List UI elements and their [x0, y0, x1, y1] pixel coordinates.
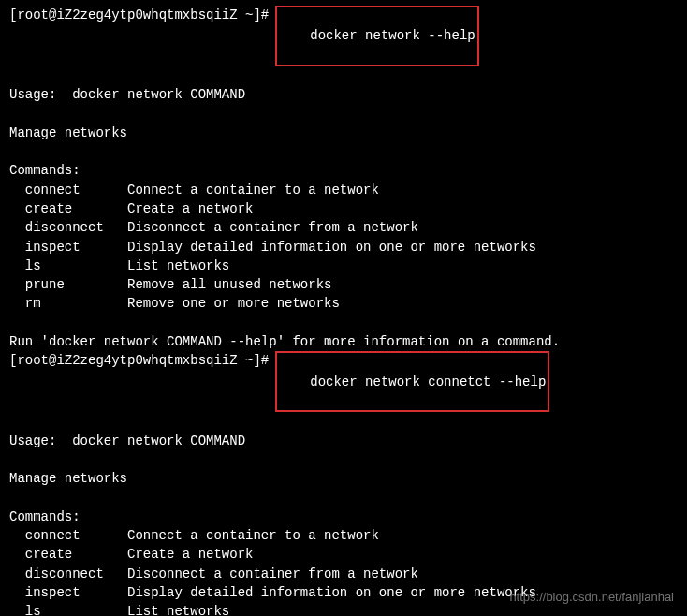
command-name: connect	[25, 526, 127, 545]
blank-line	[9, 450, 678, 469]
command-name: inspect	[25, 583, 127, 602]
usage-line-2: Usage: docker network COMMAND	[9, 432, 678, 450]
blank-line	[9, 142, 678, 161]
blank-line	[9, 488, 678, 506]
command-name: ls	[25, 257, 127, 275]
command-name: create	[25, 545, 127, 564]
command-desc: Display detailed information on one or m…	[127, 585, 536, 600]
blank-line	[9, 412, 678, 431]
command-desc: Create a network	[127, 201, 253, 216]
command-desc: Disconnect a container from a network	[127, 220, 418, 235]
command-desc: Connect a container to a network	[127, 183, 379, 198]
command-row: inspectDisplay detailed information on o…	[9, 238, 678, 257]
command-desc: Disconnect a container from a network	[127, 566, 418, 581]
prompt-line-2[interactable]: [root@iZ2zeg4ytp0whqtmxbsqiiZ ~]# docker…	[9, 351, 678, 412]
command-name: prune	[25, 275, 127, 294]
command-row: disconnectDisconnect a container from a …	[9, 218, 678, 237]
command-row: connectConnect a container to a network	[9, 181, 678, 199]
command-row: createCreate a network	[9, 545, 678, 564]
blank-line	[9, 104, 678, 123]
command-desc: Remove all unused networks	[127, 277, 331, 292]
command-desc: Connect a container to a network	[127, 528, 379, 543]
manage-line-1: Manage networks	[9, 124, 678, 142]
command-name: inspect	[25, 238, 127, 257]
blank-line	[9, 314, 678, 332]
command-desc: Create a network	[127, 547, 253, 562]
command-row: lsList networks	[9, 257, 678, 275]
command-row: createCreate a network	[9, 199, 678, 218]
prompt-line-1[interactable]: [root@iZ2zeg4ytp0whqtmxbsqiiZ ~]# docker…	[9, 6, 678, 66]
command-row: pruneRemove all unused networks	[9, 275, 678, 294]
command-name: rm	[25, 294, 127, 313]
command-row: rmRemove one or more networks	[9, 294, 678, 313]
command-desc: List networks	[127, 258, 229, 273]
command-1: docker network --help	[310, 28, 475, 43]
command-name: ls	[25, 602, 127, 616]
watermark: https://blog.csdn.net/fanjianhai	[509, 589, 674, 607]
hint-line-1: Run 'docker network COMMAND --help' for …	[9, 332, 678, 351]
commands-list-1: connectConnect a container to a network …	[9, 181, 678, 314]
command-desc: Remove one or more networks	[127, 296, 340, 311]
command-name: disconnect	[25, 218, 127, 237]
commands-header-2: Commands:	[9, 507, 678, 526]
usage-line-1: Usage: docker network COMMAND	[9, 85, 678, 104]
manage-line-2: Manage networks	[9, 469, 678, 488]
command-name: create	[25, 199, 127, 218]
command-row: disconnectDisconnect a container from a …	[9, 565, 678, 583]
blank-line	[9, 66, 678, 85]
command-desc: List networks	[127, 604, 229, 616]
commands-header-1: Commands:	[9, 161, 678, 180]
command-name: disconnect	[25, 565, 127, 583]
command-2: docker network connetct --help	[310, 374, 546, 389]
highlight-box-1: docker network --help	[275, 6, 479, 66]
highlight-box-2: docker network connetct --help	[275, 351, 550, 412]
prompt-text: [root@iZ2zeg4ytp0whqtmxbsqiiZ ~]#	[9, 6, 277, 66]
command-row: connectConnect a container to a network	[9, 526, 678, 545]
command-name: connect	[25, 181, 127, 199]
prompt-text: [root@iZ2zeg4ytp0whqtmxbsqiiZ ~]#	[9, 351, 277, 412]
command-desc: Display detailed information on one or m…	[127, 240, 536, 255]
